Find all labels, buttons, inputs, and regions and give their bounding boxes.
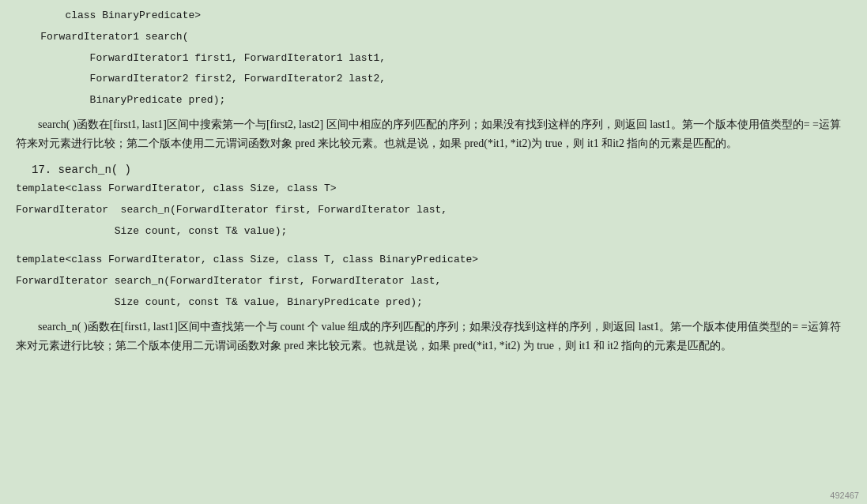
code-line: ForwardIterator1 first1, ForwardIterator… [16, 51, 851, 67]
page-container: class BinaryPredicate> ForwardIterator1 … [0, 0, 867, 504]
code-line: BinaryPredicate pred); [16, 92, 851, 109]
code-block-2: template<class ForwardIterator, class Si… [16, 181, 851, 239]
code-line: Size count, const T& value); [16, 224, 851, 240]
code-line: template<class ForwardIterator, class Si… [16, 252, 851, 269]
code-line: template<class ForwardIterator, class Si… [16, 181, 851, 197]
code-line: class BinaryPredicate> [16, 8, 851, 24]
code-line: ForwardIterator1 search( [16, 29, 851, 46]
code-line: Size count, const T& value, BinaryPredic… [16, 295, 851, 311]
watermark: 492467 [830, 491, 859, 500]
code-line: ForwardIterator search_n(ForwardIterator… [16, 273, 851, 290]
description-1: search( )函数在[first1, last1]区间中搜索第一个与[fir… [16, 115, 851, 154]
code-block-1: class BinaryPredicate> ForwardIterator1 … [16, 8, 851, 109]
code-line: ForwardIterator2 first2, ForwardIterator… [16, 71, 851, 88]
code-block-3: template<class ForwardIterator, class Si… [16, 252, 851, 310]
code-line: ForwardIterator search_n(ForwardIterator… [16, 202, 851, 219]
description-2: search_n( )函数在[first1, last1]区间中查找第一个与 c… [16, 318, 851, 356]
section-17-heading: 17. search_n( ) [32, 164, 851, 176]
